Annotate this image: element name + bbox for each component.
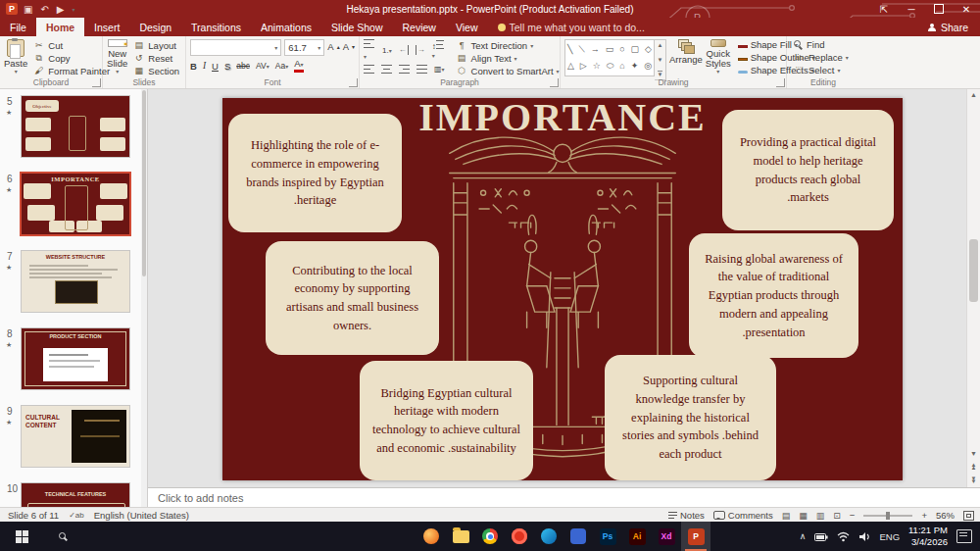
decrease-indent-icon[interactable]: ← xyxy=(399,45,409,55)
scroll-up-icon[interactable]: ▲ xyxy=(967,88,980,101)
gallery-up-icon[interactable]: ▲ xyxy=(658,42,663,48)
tab-review[interactable]: Review xyxy=(393,18,446,36)
notes-toggle[interactable]: Notes xyxy=(668,510,705,521)
select-button[interactable]: ⬚ Select▾ xyxy=(791,64,851,75)
tell-me-box[interactable]: Tell me what you want to do... xyxy=(488,18,655,36)
battery-icon[interactable] xyxy=(814,531,828,542)
scrollbar-thumb[interactable] xyxy=(969,239,978,302)
character-spacing-button[interactable]: AV▾ xyxy=(256,61,270,71)
copy-button[interactable]: ⧉ Copy xyxy=(30,52,112,64)
grow-font-button[interactable]: A▴ xyxy=(327,39,339,54)
save-icon[interactable]: ▣ xyxy=(24,4,32,15)
slide-title-textbox[interactable]: IMPORTANCE xyxy=(222,98,903,140)
slide-scrollbar[interactable]: ▲ ▼ ▲▲ ▼▼ xyxy=(966,88,980,487)
chrome-icon[interactable] xyxy=(475,522,505,551)
thumbnail-panel-scrollbar[interactable] xyxy=(141,88,147,507)
align-center-button[interactable] xyxy=(381,65,392,74)
clipboard-dialog-launcher-icon[interactable] xyxy=(92,78,101,87)
file-explorer-icon[interactable] xyxy=(446,522,475,551)
tab-design[interactable]: Design xyxy=(129,18,181,36)
tab-transitions[interactable]: Transitions xyxy=(181,18,251,36)
increase-indent-icon[interactable]: → xyxy=(416,45,425,55)
edge-icon[interactable] xyxy=(534,522,564,551)
zoom-knob[interactable] xyxy=(886,512,890,520)
next-slide-icon[interactable]: ▼▼ xyxy=(967,474,980,487)
zoom-out-button[interactable]: − xyxy=(850,510,856,521)
textbox-bridging-heritage[interactable]: Bridging Egyptian cultural heritage with… xyxy=(360,361,533,480)
slide-thumbnail[interactable]: PRODUCT SECTION xyxy=(22,328,129,389)
zoom-percent[interactable]: 56% xyxy=(936,510,955,521)
maximize-button[interactable] xyxy=(925,0,953,18)
fit-to-window-icon[interactable] xyxy=(963,511,974,521)
tray-overflow-chevron-icon[interactable]: ∧ xyxy=(800,531,807,541)
zoom-slider[interactable] xyxy=(863,515,912,517)
comments-toggle[interactable]: Comments xyxy=(713,510,773,521)
minimize-button[interactable]: ─ xyxy=(898,0,925,18)
powerpoint-app-icon[interactable]: P xyxy=(6,3,18,15)
underline-button[interactable]: U xyxy=(212,61,219,72)
font-size-combobox[interactable]: 61.7▾ xyxy=(284,39,324,56)
slide-6-editing-surface[interactable]: IMPORTANCE xyxy=(222,98,903,480)
format-painter-button[interactable]: 🖌 Format Painter xyxy=(30,65,112,76)
media-player-icon[interactable] xyxy=(564,522,593,551)
start-button[interactable] xyxy=(0,522,43,551)
previous-slide-icon[interactable]: ▲▲ xyxy=(967,460,980,474)
tab-home[interactable]: Home xyxy=(36,18,84,36)
tab-file[interactable]: File xyxy=(0,18,36,36)
layout-button[interactable]: ▤ Layout xyxy=(130,39,181,51)
replace-button[interactable]: ab Replace▾ xyxy=(791,51,851,63)
cut-button[interactable]: ✂ Cut xyxy=(30,39,112,51)
numbering-button[interactable]: 1.▾ xyxy=(382,46,392,55)
thumbnail-slide-7[interactable]: 7 ★ WEBSITE STRUCTURE xyxy=(0,249,141,326)
slide-thumbnail[interactable]: TECHNICAL FEATURES xyxy=(22,483,129,507)
thumbnail-slide-10[interactable]: 10 TECHNICAL FEATURES xyxy=(0,481,141,507)
xd-icon[interactable]: Xd xyxy=(652,522,681,551)
text-direction-button[interactable]: ¶ Text Direction▾ xyxy=(454,39,562,51)
gallery-more-icon[interactable]: ▼ xyxy=(658,71,663,77)
reading-view-button[interactable]: ▥ xyxy=(816,511,825,521)
italic-button[interactable]: I xyxy=(203,61,206,71)
strikethrough-button[interactable]: abc xyxy=(236,61,250,71)
slide-thumbnail[interactable]: Objective xyxy=(22,96,129,157)
language-switcher[interactable]: ENG xyxy=(879,531,900,542)
shapes-gallery[interactable]: ╲⟍→▭○▢◇ △▷☆⬭⌂✦◎ xyxy=(564,39,655,76)
paste-button[interactable]: Paste ▾ xyxy=(4,39,27,75)
customize-qat-caret-icon[interactable]: ▾ xyxy=(73,6,75,13)
section-button[interactable]: ▦ Section xyxy=(130,65,181,76)
photoshop-icon[interactable]: Ps xyxy=(593,522,622,551)
arrange-button[interactable]: Arrange xyxy=(669,39,703,75)
font-name-combobox[interactable]: ▾ xyxy=(190,39,281,56)
textbox-knowledge-transfer[interactable]: Supporting cultural knowledge transfer b… xyxy=(605,355,776,480)
change-case-button[interactable]: Aa▾ xyxy=(275,61,288,71)
gallery-down-icon[interactable]: ▼ xyxy=(658,57,663,63)
reset-button[interactable]: ↺ Reset xyxy=(130,52,181,64)
illustrator-icon[interactable]: Ai xyxy=(622,522,652,551)
language-indicator[interactable]: English (United States) xyxy=(94,510,189,521)
find-button[interactable]: Find xyxy=(791,39,851,50)
shrink-font-button[interactable]: A▾ xyxy=(343,39,355,54)
firefox-icon[interactable] xyxy=(416,522,446,551)
convert-smartart-button[interactable]: ⬡ Convert to SmartArt▾ xyxy=(454,65,562,76)
paragraph-dialog-launcher-icon[interactable] xyxy=(550,78,559,87)
slide-sorter-view-button[interactable]: ▦ xyxy=(799,511,808,521)
new-slide-button[interactable]: New Slide ▾ xyxy=(107,39,127,75)
normal-view-button[interactable]: ▤ xyxy=(782,511,791,521)
zoom-in-button[interactable]: + xyxy=(921,510,927,521)
thumbnail-slide-5[interactable]: 5 ★ Objective xyxy=(0,94,141,172)
close-button[interactable]: ✕ xyxy=(953,0,980,18)
slide-thumbnail[interactable]: CULTURAL CONTENT xyxy=(22,406,129,467)
align-text-button[interactable]: ▤ Align Text▾ xyxy=(454,52,562,64)
font-color-button[interactable]: A▾ xyxy=(294,59,303,73)
textbox-local-economy[interactable]: Contributing to the local economy by sup… xyxy=(266,241,439,355)
notes-pane[interactable]: Click to add notes xyxy=(148,487,980,507)
font-dialog-launcher-icon[interactable] xyxy=(349,78,358,87)
thumbnail-slide-8[interactable]: 8 ★ PRODUCT SECTION xyxy=(0,326,141,404)
columns-button[interactable]: ▥▾ xyxy=(434,65,445,74)
thumbnail-slide-9[interactable]: 9 ★ CULTURAL CONTENT xyxy=(0,404,141,481)
clock[interactable]: 11:21 PM 3/4/2026 xyxy=(908,525,948,548)
start-slideshow-icon[interactable]: ▶ xyxy=(57,4,65,15)
share-button[interactable]: Share xyxy=(916,18,980,36)
scroll-down-icon[interactable]: ▼ xyxy=(967,447,980,460)
tab-slideshow[interactable]: Slide Show xyxy=(321,18,393,36)
slide-thumbnail[interactable]: WEBSITE STRUCTURE xyxy=(22,251,129,312)
